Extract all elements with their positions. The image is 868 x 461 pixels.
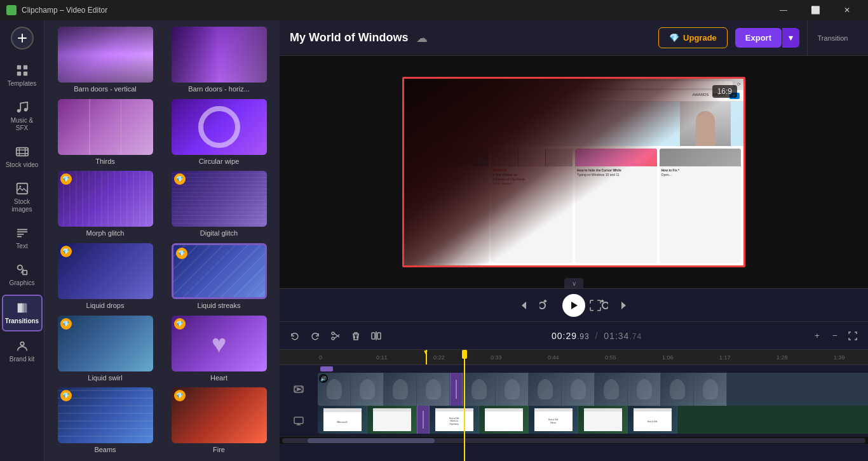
close-button[interactable]: ✕ [832, 0, 862, 20]
timeline-transition-clip[interactable] [450, 373, 463, 406]
transition-item-liquid-swirl[interactable]: 💎 Liquid swirl [51, 316, 159, 383]
screen-track-label [280, 416, 318, 426]
sidebar-item-graphics[interactable]: Graphics [2, 258, 43, 292]
svg-rect-22 [294, 417, 303, 424]
scrollbar-thumb[interactable] [308, 438, 435, 443]
transition-item-fire[interactable]: 💎 Fire [165, 387, 273, 455]
time-ms-current: .93 [577, 332, 590, 341]
video-track-label [280, 384, 318, 394]
split-button[interactable] [369, 328, 384, 344]
skip-forward-button[interactable] [618, 299, 631, 312]
premium-badge-beams: 💎 [60, 390, 72, 401]
ruler-mark-022: 0:22 [432, 354, 489, 361]
transition-item-barn-doors-h[interactable]: Barn doors - horiz... [165, 27, 273, 94]
marker-track [280, 365, 868, 373]
sidebar-item-templates[interactable]: Templates [2, 58, 43, 93]
svg-rect-15 [372, 333, 375, 339]
sidebar-item-stock-video[interactable]: Stock video [2, 140, 43, 174]
card-2-thumb [491, 149, 573, 166]
ruler-mark-106: 1:06 [661, 354, 718, 361]
card-2: WINDOW a tool Videos on Lifetimes of Cli… [491, 149, 573, 263]
rewind-button[interactable] [539, 299, 552, 312]
timeline-scrollbar[interactable] [280, 436, 868, 444]
ruler-mark-0: 0 [318, 354, 375, 361]
upgrade-button[interactable]: 💎 Upgrade [658, 27, 728, 48]
screen-track: Microsoft [280, 406, 868, 436]
transition-thumb-fire: 💎 [172, 387, 267, 443]
sidebar-item-transitions[interactable]: Transitions [2, 295, 43, 331]
transition-panel-label: Transition [818, 34, 848, 42]
export-chevron-button[interactable]: ▾ [782, 28, 799, 48]
card-1-text: WINDOW How to Eas... Windows on Make doe… [407, 166, 489, 188]
export-button[interactable]: Export [735, 28, 782, 48]
ruler-marks: 0 0:11 0:22 0:33 0:44 0:55 1:06 1:17 1:2… [318, 354, 868, 361]
undo-button[interactable] [287, 328, 302, 344]
sidebar-label-text: Text [16, 243, 27, 250]
sidebar: Templates Music & SFX Stock video Stock … [0, 20, 44, 461]
project-title: My World of Windows [290, 31, 409, 44]
transition-item-liquid-drops[interactable]: 💎 Liquid drops [51, 243, 159, 311]
play-button[interactable] [562, 294, 585, 317]
skip-back-button[interactable] [517, 299, 529, 312]
svg-point-20 [301, 387, 302, 388]
minimize-button[interactable]: — [769, 0, 798, 20]
sidebar-item-stock-images[interactable]: Stock images [2, 177, 43, 218]
screen-transition-clip[interactable] [417, 406, 430, 434]
transition-item-morph-glitch[interactable]: 💎 Morph glitch [51, 171, 159, 238]
transition-name-morph-glitch: Morph glitch [86, 229, 125, 237]
clip-faces: 🔊 [318, 373, 727, 406]
playhead[interactable] [426, 350, 427, 364]
playback-controls [280, 288, 868, 321]
svg-rect-3 [17, 72, 20, 76]
premium-badge-morph: 💎 [60, 173, 72, 185]
preview-area: https://www.microsoft.com/ ⟳ microsoft A… [280, 56, 868, 288]
video-container: https://www.microsoft.com/ ⟳ microsoft A… [402, 77, 745, 267]
screen-face-2 [367, 406, 417, 434]
timeline-tracks[interactable]: 0 0:11 0:22 0:33 0:44 0:55 1:06 1:17 1:2… [280, 350, 868, 461]
clip-face-3 [384, 373, 417, 406]
sidebar-label-brand-kit: Brand kit [10, 356, 34, 363]
zoom-out-button[interactable]: − [827, 328, 843, 344]
redo-button[interactable] [308, 328, 323, 344]
fullscreen-button[interactable] [590, 300, 601, 311]
browser-close-dot [407, 83, 410, 86]
transition-item-circular-wipe[interactable]: Circular wipe [165, 99, 273, 166]
time-display: 00:29.93 / 01:34.74 [552, 331, 642, 341]
transition-item-beams[interactable]: 💎 Beams [51, 387, 159, 455]
sidebar-item-music[interactable]: Music & SFX [2, 95, 43, 137]
cut-button[interactable] [328, 328, 343, 344]
ruler-mark-044: 0:44 [546, 354, 604, 361]
transition-item-barn-doors-v[interactable]: Barn doors - vertical [51, 27, 159, 94]
transition-thumb-barn-doors-v [58, 27, 153, 83]
premium-badge-heart: 💎 [174, 318, 186, 330]
transition-item-heart[interactable]: 💎 ♥ Heart [165, 316, 273, 383]
clip-face-4 [417, 373, 450, 406]
image-icon [15, 182, 29, 196]
zoom-in-button[interactable]: + [810, 328, 825, 344]
transition-thumb-liquid-drops: 💎 [58, 243, 153, 299]
app-icon [6, 5, 17, 15]
clip-face-6 [496, 373, 529, 406]
time-current: 00:29 [552, 331, 577, 341]
clip-face-11 [661, 373, 694, 406]
sidebar-label-templates: Templates [8, 80, 37, 88]
time-total: 01:34 [604, 331, 629, 341]
delete-button[interactable] [348, 328, 363, 344]
sidebar-item-brand-kit[interactable]: Brand kit [2, 334, 43, 368]
transition-name-barn-doors-h: Barn doors - horiz... [188, 85, 250, 93]
fit-button[interactable] [845, 328, 860, 344]
add-media-button[interactable] [11, 27, 34, 50]
timeline-zoom-controls: + − [810, 328, 860, 344]
transition-thumb-heart: 💎 ♥ [172, 316, 267, 371]
timeline-collapse-button[interactable]: ∨ [564, 278, 583, 288]
transition-item-thirds[interactable]: Thirds [51, 99, 159, 166]
maximize-button[interactable]: ⬜ [801, 0, 830, 20]
sidebar-label-music: Music & SFX [6, 117, 39, 132]
sidebar-item-text[interactable]: Text [2, 221, 43, 255]
transition-item-liquid-streaks[interactable]: 💎 Liquid streaks [165, 243, 273, 311]
transition-item-digital-glitch[interactable]: 💎 Digital glitch [165, 171, 273, 238]
svg-point-18 [295, 387, 296, 388]
screen-face-6 [578, 406, 628, 434]
video-track: 🔊 [280, 373, 868, 406]
aspect-ratio-badge: 16:9 [712, 85, 737, 98]
